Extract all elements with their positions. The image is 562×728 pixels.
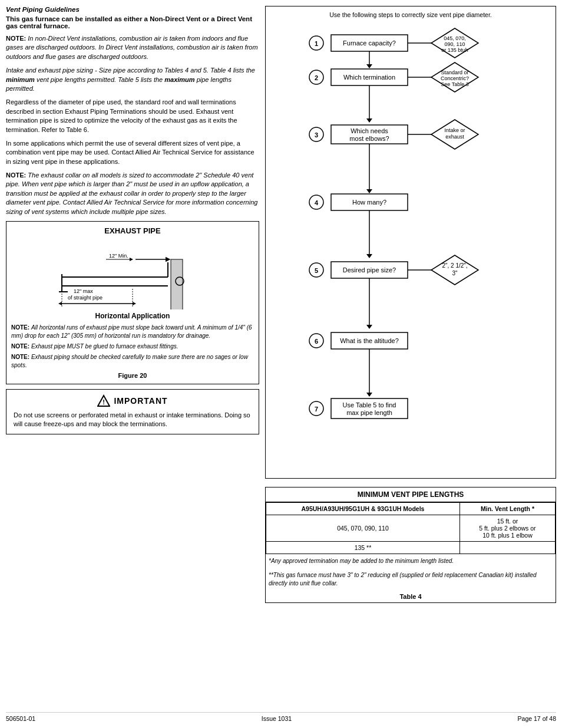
svg-text:Which needs: Which needs (351, 127, 388, 134)
svg-text:12" max: 12" max (74, 288, 93, 294)
exhaust-title: EXHAUST PIPE (11, 226, 254, 235)
note2-text: The exhaust collar on all models is size… (6, 172, 257, 215)
right-column: Use the following steps to correctly siz… (265, 6, 556, 706)
svg-text:!: ! (103, 398, 105, 406)
svg-text:Standard or: Standard or (441, 70, 468, 75)
exhaust-note2-text: Exhaust pipe MUST be glued to furnace ex… (31, 343, 178, 350)
table-row: 135 ** (266, 541, 556, 554)
col2-header: Min. Vent Length * (459, 502, 555, 515)
svg-text:Desired pipe size?: Desired pipe size? (343, 266, 396, 274)
flowchart-box: Use the following steps to correctly siz… (265, 6, 556, 479)
svg-marker-31 (366, 64, 372, 68)
para2: Regardless of the diameter of pipe used,… (6, 98, 259, 134)
italic-para: Intake and exhaust pipe sizing - Size pi… (6, 66, 259, 93)
figure-label: Figure 20 (11, 372, 254, 379)
svg-text:of straight pipe: of straight pipe (68, 295, 103, 301)
footer-right: Page 17 of 48 (518, 715, 556, 722)
min-vent-table: MINIMUM VENT PIPE LENGTHS A95UH/A93UH/95… (265, 487, 556, 603)
exhaust-note3: NOTE: Exhaust piping should be checked c… (11, 353, 254, 370)
table-title: MINIMUM VENT PIPE LENGTHS (266, 487, 556, 502)
note1-text: In non-Direct Vent installations, combus… (6, 35, 258, 60)
length-cell: 15 ft. or 5 ft. plus 2 elbows or 10 ft. … (459, 515, 555, 541)
svg-text:Concentric?: Concentric? (441, 75, 469, 81)
left-column: Vent Piping Guidelines This gas furnace … (6, 6, 259, 706)
svg-marker-16 (58, 302, 62, 305)
svg-text:most elbows?: most elbows? (349, 135, 389, 142)
svg-text:090, 110: 090, 110 (444, 41, 465, 47)
svg-text:Which termination: Which termination (343, 74, 395, 81)
exhaust-box: EXHAUST PIPE (6, 221, 259, 384)
exhaust-note1-text: All horizontal runs of exhaust pipe must… (11, 324, 252, 339)
svg-text:6: 6 (315, 338, 318, 345)
svg-text:4: 4 (315, 199, 319, 206)
svg-text:What is the altitude?: What is the altitude? (340, 337, 399, 344)
footer: 506501-01 Issue 1031 Page 17 of 48 (6, 712, 556, 722)
svg-text:1: 1 (315, 40, 318, 47)
col1-header: A95UH/A93UH/95G1UH & 93G1UH Models (266, 502, 460, 515)
footnote1-text: *Any approved termination may be added t… (269, 558, 454, 564)
col2-header-text: Min. Vent Length * (481, 505, 534, 512)
important-label: IMPORTANT (114, 396, 167, 406)
exhaust-subtitle: Horizontal Application (11, 312, 254, 320)
flowchart-svg: 1 Furnace capacity? 045, 070, 090, 110 o… (299, 25, 523, 473)
exhaust-diagram: 12" Min. 12" max of straight pipe (11, 239, 254, 309)
note1-label: NOTE: (6, 35, 26, 42)
svg-text:Intake or: Intake or (444, 127, 465, 133)
flowchart-header: Use the following steps to correctly siz… (270, 11, 551, 19)
warning-triangle-icon: ! (97, 394, 110, 407)
svg-text:or 135 btuh: or 135 btuh (441, 47, 468, 53)
svg-text:3: 3 (315, 131, 318, 139)
footnote2: **This gas furnace must have 3" to 2" re… (266, 568, 556, 591)
exhaust-note2-label: NOTE: (11, 343, 29, 350)
svg-text:Use Table 5 to find: Use Table 5 to find (343, 401, 396, 409)
svg-text:max pipe length: max pipe length (346, 409, 392, 416)
exhaust-note1-label: NOTE: (11, 324, 29, 331)
vent-table: A95UH/A93UH/95G1UH & 93G1UH Models Min. … (266, 502, 556, 554)
subtitle: This gas furnace can be installed as eit… (6, 15, 259, 29)
svg-text:7: 7 (315, 406, 318, 413)
important-text: Do not use screens or perforated metal i… (14, 411, 252, 429)
exhaust-note3-label: NOTE: (11, 354, 29, 360)
svg-marker-59 (366, 254, 372, 258)
svg-text:2", 2 1/2",: 2", 2 1/2", (442, 262, 467, 269)
section-title: Vent Piping Guidelines (6, 6, 259, 13)
note2-block: NOTE: The exhaust collar on all models i… (6, 171, 259, 216)
exhaust-note3-text: Exhaust piping should be checked careful… (11, 354, 248, 368)
svg-text:12" Min.: 12" Min. (109, 253, 128, 259)
footnote1: *Any approved termination may be added t… (266, 554, 556, 568)
svg-text:Furnace capacity?: Furnace capacity? (343, 39, 396, 47)
bold-minimum: minimum (6, 76, 35, 83)
model-cell-2: 135 ** (266, 541, 460, 554)
important-box: ! IMPORTANT Do not use screens or perfor… (6, 389, 259, 434)
svg-marker-53 (366, 189, 372, 193)
svg-text:2: 2 (315, 74, 318, 81)
triangle-svg: ! (97, 394, 110, 407)
footer-left: 506501-01 (6, 715, 35, 722)
svg-text:3": 3" (452, 270, 458, 276)
svg-text:How many?: How many? (352, 199, 386, 206)
exhaust-note1: NOTE: All horizontal runs of exhaust pip… (11, 324, 254, 340)
svg-text:045, 070,: 045, 070, (444, 35, 466, 41)
exhaust-diagram-svg: 12" Min. 12" max of straight pipe (38, 239, 227, 309)
length-cell-2 (459, 541, 555, 554)
important-header: ! IMPORTANT (14, 394, 252, 407)
note1-block: NOTE: In non-Direct Vent installations, … (6, 34, 259, 61)
exhaust-note2: NOTE: Exhaust pipe MUST be glued to furn… (11, 342, 254, 351)
svg-text:exhaust: exhaust (445, 134, 464, 140)
model-cell: 045, 070, 090, 110 (266, 515, 460, 541)
italic-para-text2: vent pipe lengths permitted. Table 5 lis… (35, 76, 164, 83)
bold-maximum: maximum (164, 76, 194, 83)
table-label: Table 4 (266, 591, 556, 602)
svg-marker-42 (366, 118, 372, 123)
footer-center: Issue 1031 (262, 715, 292, 722)
table-row: 045, 070, 090, 110 15 ft. or 5 ft. plus … (266, 515, 556, 541)
main-content: Vent Piping Guidelines This gas furnace … (6, 6, 556, 706)
italic-para-text: Intake and exhaust pipe sizing - Size pi… (6, 67, 255, 74)
svg-marker-75 (366, 393, 372, 397)
col1-header-text: A95UH/A93UH/95G1UH & 93G1UH Models (302, 505, 425, 512)
svg-text:5: 5 (315, 267, 318, 274)
footnote2-text: **This gas furnace must have 3" to 2" re… (269, 572, 537, 587)
page: Vent Piping Guidelines This gas furnace … (0, 0, 562, 728)
svg-text:See Table 3: See Table 3 (441, 81, 468, 87)
svg-marker-17 (133, 302, 136, 305)
